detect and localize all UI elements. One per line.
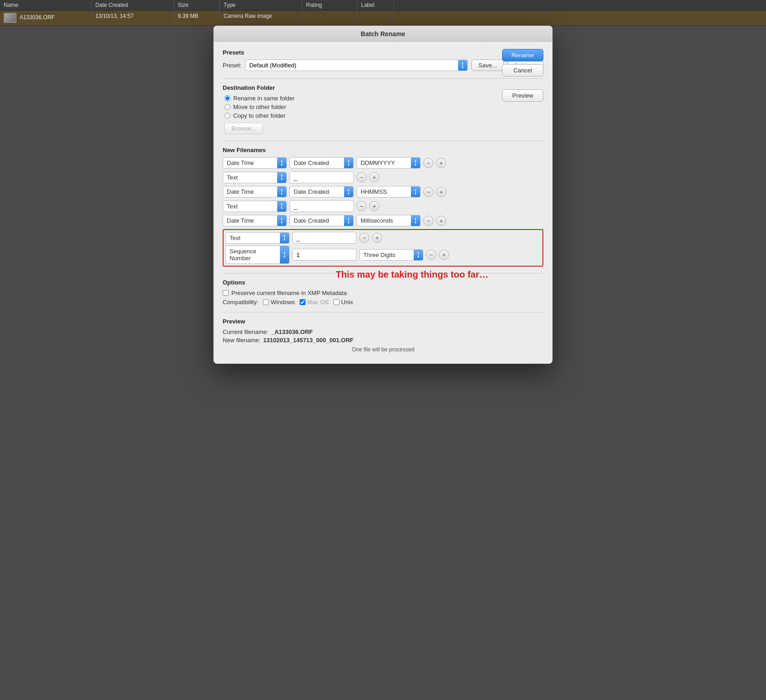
filename-row-4: Text − + bbox=[223, 200, 543, 212]
radio-same-folder[interactable]: Rename in same folder bbox=[224, 95, 543, 102]
unix-checkbox[interactable] bbox=[334, 299, 339, 305]
type-select-1-arrow[interactable] bbox=[277, 158, 286, 168]
preset-dropdown-arrow[interactable] bbox=[458, 60, 467, 71]
divider-2 bbox=[223, 141, 543, 141]
plus-button-h2[interactable]: + bbox=[439, 250, 449, 260]
subtype-select-5-arrow[interactable] bbox=[344, 215, 353, 226]
radio-same-folder-label: Rename in same folder bbox=[233, 95, 295, 102]
windows-compat: Windows bbox=[263, 299, 295, 306]
destination-label: Destination Folder bbox=[223, 84, 543, 91]
preset-select-wrapper[interactable]: Default (Modified) bbox=[245, 60, 468, 71]
current-filename-row: Current filename: _A133036.ORF bbox=[223, 328, 543, 335]
type-select-1[interactable]: Date Time bbox=[223, 157, 287, 169]
sequence-number-input[interactable] bbox=[292, 249, 356, 261]
file-browser-bar: Name Date Created Size Type Rating Label bbox=[0, 0, 766, 11]
file-name: A133036.ORF bbox=[20, 14, 55, 21]
minus-button-3[interactable]: − bbox=[423, 187, 433, 197]
filenames-section: New Filenames Date Time Date Created DDM… bbox=[223, 147, 543, 267]
text-input-2[interactable] bbox=[290, 171, 354, 183]
col-name: Name bbox=[0, 0, 92, 10]
radio-move-folder-input[interactable] bbox=[224, 104, 230, 110]
subtype-select-1[interactable]: Date Created bbox=[290, 157, 354, 169]
preserve-xmp-row: Preserve current filename in XMP Metadat… bbox=[223, 290, 543, 296]
macos-compat: Mac OS bbox=[300, 299, 329, 306]
col-label: Label bbox=[357, 0, 394, 10]
unix-label: Unix bbox=[341, 299, 353, 306]
type-select-4-text: Text bbox=[223, 201, 277, 212]
file-thumbnail bbox=[4, 13, 16, 23]
format-select-h2[interactable]: Three Digits bbox=[359, 249, 423, 261]
file-row[interactable]: A133036.ORF 13/10/13, 14:57 9.39 MB Came… bbox=[0, 11, 766, 26]
current-filename-value: _A133036.ORF bbox=[271, 328, 313, 335]
plus-button-1[interactable]: + bbox=[436, 158, 446, 168]
cancel-button[interactable]: Cancel bbox=[502, 64, 543, 77]
windows-checkbox[interactable] bbox=[263, 299, 269, 305]
minus-button-1[interactable]: − bbox=[423, 158, 433, 168]
radio-copy-folder[interactable]: Copy to other folder bbox=[224, 112, 543, 119]
batch-rename-dialog: Batch Rename Rename Cancel Preview Prese… bbox=[213, 26, 553, 364]
type-select-1-text: Date Time bbox=[223, 158, 277, 168]
rename-button[interactable]: Rename bbox=[502, 49, 543, 61]
format-select-5-arrow[interactable] bbox=[411, 215, 420, 226]
preserve-xmp-checkbox[interactable] bbox=[223, 290, 229, 296]
macos-label: Mac OS bbox=[307, 299, 329, 306]
preset-label: Preset: bbox=[223, 62, 241, 69]
plus-button-h1[interactable]: + bbox=[372, 233, 382, 243]
minus-button-4[interactable]: − bbox=[356, 201, 367, 211]
type-select-3[interactable]: Date Time bbox=[223, 186, 287, 197]
radio-same-folder-input[interactable] bbox=[224, 95, 230, 101]
plus-button-3[interactable]: + bbox=[436, 187, 446, 197]
type-select-h2[interactable]: Sequence Number bbox=[225, 246, 290, 264]
preview-button[interactable]: Preview bbox=[502, 89, 543, 102]
type-select-5[interactable]: Date Time bbox=[223, 215, 287, 226]
highlight-box: Text − + Sequence Number bbox=[223, 229, 543, 267]
save-preset-button[interactable]: Save... bbox=[471, 60, 503, 71]
format-select-5[interactable]: Milliseconds bbox=[356, 215, 421, 226]
format-select-1-text: DDMMYYYY bbox=[357, 158, 411, 168]
macos-checkbox[interactable] bbox=[300, 299, 306, 305]
subtype-select-3-arrow[interactable] bbox=[344, 186, 353, 197]
type-select-h2-arrow[interactable] bbox=[280, 246, 289, 263]
type-select-5-text: Date Time bbox=[223, 215, 277, 226]
format-select-1[interactable]: DDMMYYYY bbox=[356, 157, 421, 169]
col-rating: Rating bbox=[302, 0, 357, 10]
format-select-3-arrow[interactable] bbox=[411, 186, 420, 197]
minus-button-h1[interactable]: − bbox=[359, 233, 369, 243]
format-select-1-arrow[interactable] bbox=[411, 158, 420, 168]
type-select-4[interactable]: Text bbox=[223, 201, 287, 212]
type-select-3-arrow[interactable] bbox=[277, 186, 286, 197]
type-select-5-arrow[interactable] bbox=[277, 215, 286, 226]
radio-move-folder[interactable]: Move to other folder bbox=[224, 104, 543, 110]
type-select-h1-arrow[interactable] bbox=[280, 233, 289, 243]
minus-button-2[interactable]: − bbox=[356, 172, 367, 182]
type-select-2[interactable]: Text bbox=[223, 172, 287, 183]
minus-button-h2[interactable]: − bbox=[426, 250, 436, 260]
format-select-h2-arrow[interactable] bbox=[414, 250, 423, 260]
type-select-h1[interactable]: Text bbox=[225, 232, 290, 244]
type-select-2-arrow[interactable] bbox=[277, 172, 286, 183]
text-input-h1[interactable] bbox=[292, 232, 356, 244]
type-select-4-arrow[interactable] bbox=[277, 201, 286, 212]
subtype-select-1-arrow[interactable] bbox=[344, 158, 353, 168]
top-right-buttons: Rename Cancel Preview bbox=[502, 49, 543, 102]
divider-4 bbox=[223, 312, 543, 312]
highlighted-section: Text − + Sequence Number bbox=[223, 229, 543, 267]
presets-section-label: Presets bbox=[223, 49, 543, 56]
minus-button-5[interactable]: − bbox=[423, 216, 433, 226]
plus-button-2[interactable]: + bbox=[369, 172, 379, 182]
col-type: Type bbox=[220, 0, 302, 10]
browse-button: Browse... bbox=[224, 123, 263, 134]
subtype-select-5[interactable]: Date Created bbox=[290, 215, 354, 226]
new-filename-label: New filename: bbox=[223, 337, 260, 344]
filename-row-h1: Text − + bbox=[225, 232, 541, 244]
radio-copy-folder-input[interactable] bbox=[224, 113, 230, 119]
filename-row-h2: Sequence Number Three Digits − + bbox=[225, 246, 541, 264]
subtype-select-3-text: Date Created bbox=[290, 186, 344, 197]
text-input-4[interactable] bbox=[290, 200, 354, 212]
plus-button-4[interactable]: + bbox=[369, 201, 379, 211]
format-select-3[interactable]: HHMMSS bbox=[356, 186, 421, 197]
type-select-3-text: Date Time bbox=[223, 186, 277, 197]
preview-footer: One file will be processed bbox=[223, 346, 543, 353]
plus-button-5[interactable]: + bbox=[436, 216, 446, 226]
subtype-select-3[interactable]: Date Created bbox=[290, 186, 354, 197]
